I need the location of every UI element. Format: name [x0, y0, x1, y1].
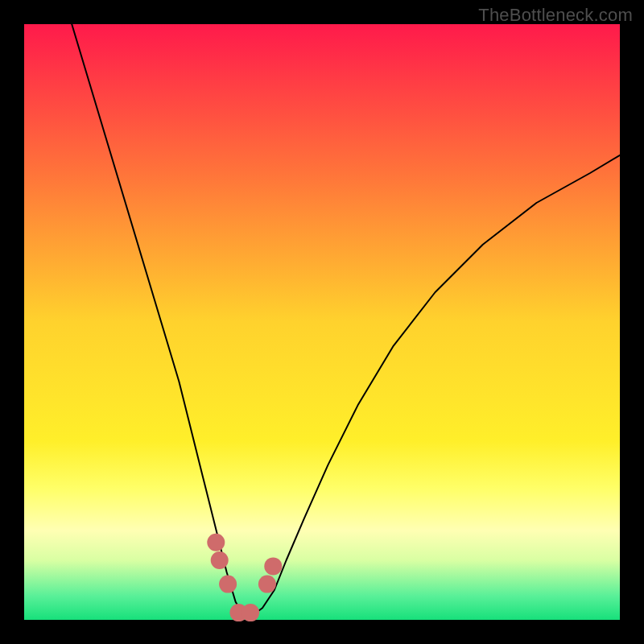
plot-background [24, 24, 620, 620]
highlight-dot [219, 576, 237, 593]
highlight-dot [207, 534, 225, 551]
highlight-dot [264, 557, 282, 575]
highlight-dot [211, 551, 229, 569]
highlight-dot [258, 576, 276, 593]
highlight-dot [242, 604, 259, 621]
chart-stage: TheBottleneck.com [0, 0, 644, 644]
watermark-text: TheBottleneck.com [478, 5, 633, 26]
bottleneck-chart [0, 0, 644, 644]
